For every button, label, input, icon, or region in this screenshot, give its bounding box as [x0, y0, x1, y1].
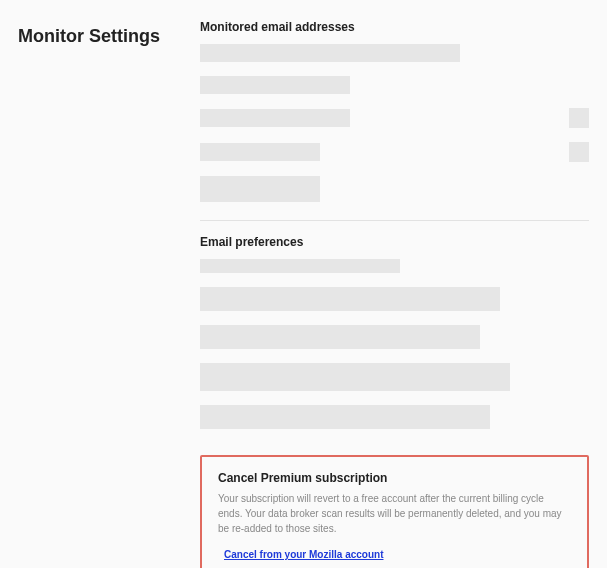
- pref-placeholder: [200, 405, 490, 429]
- page-title: Monitor Settings: [18, 20, 160, 568]
- cancel-link[interactable]: Cancel from your Mozilla account: [224, 549, 383, 560]
- pref-placeholder: [200, 325, 480, 349]
- email-placeholder: [200, 109, 350, 127]
- section-divider: [200, 220, 589, 221]
- prefs-heading: Email preferences: [200, 235, 589, 249]
- pref-placeholder: [200, 259, 400, 273]
- email-placeholder: [200, 143, 320, 161]
- cancel-description: Your subscription will revert to a free …: [218, 491, 571, 536]
- email-placeholder: [200, 44, 460, 62]
- email-placeholder: [200, 76, 350, 94]
- emails-heading: Monitored email addresses: [200, 20, 589, 34]
- settings-content: Monitored email addresses Email preferen…: [200, 20, 589, 568]
- cancel-heading: Cancel Premium subscription: [218, 471, 571, 485]
- pref-placeholder: [200, 287, 500, 311]
- cancel-subscription-box: Cancel Premium subscription Your subscri…: [200, 455, 589, 568]
- remove-placeholder[interactable]: [569, 142, 589, 162]
- pref-placeholder: [200, 363, 510, 391]
- email-placeholder: [200, 176, 320, 202]
- remove-placeholder[interactable]: [569, 108, 589, 128]
